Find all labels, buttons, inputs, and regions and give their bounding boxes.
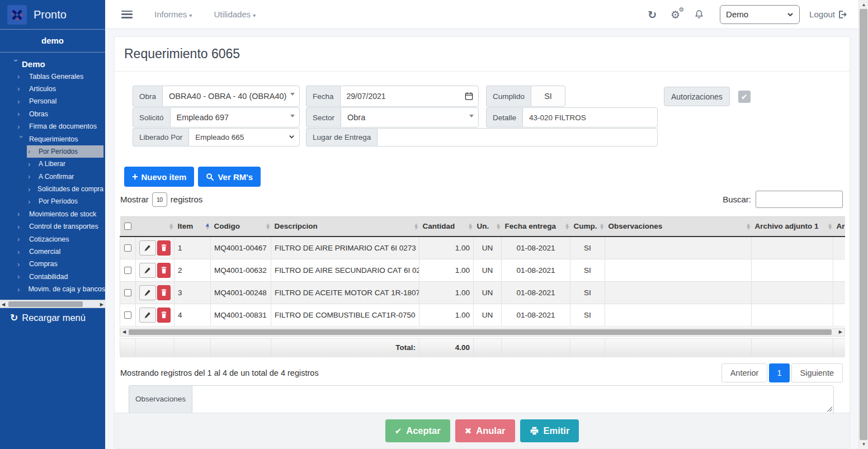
pencil-icon <box>144 244 151 252</box>
scroll-up-arrow-icon[interactable]: ▲ <box>859 2 868 7</box>
logout-button[interactable]: Logout <box>809 10 847 19</box>
sort-icon[interactable]: ▲▼ <box>497 223 500 230</box>
sidebar-item-contabilidad[interactable]: › Contabilidad <box>0 271 105 283</box>
scrollbar-thumb[interactable] <box>860 9 867 440</box>
autorizaciones-button[interactable]: Autorizaciones <box>664 87 730 106</box>
header-observaciones[interactable]: Observaciones▲▼ <box>605 217 752 237</box>
sort-icon[interactable]: ▲▼ <box>469 223 472 230</box>
header-archivo-adjunto-1[interactable]: Archivo adjunto 1▲▼ <box>752 217 833 237</box>
window-vertical-scrollbar[interactable]: ▲ ▼ <box>858 0 868 449</box>
sidebar-item-obras[interactable]: › Obras <box>0 108 105 120</box>
cell-archivo-adjunto-1 <box>752 281 833 304</box>
notifications-bell-icon[interactable] <box>694 9 704 20</box>
scroll-left-arrow-icon[interactable]: ◀ <box>2 301 5 308</box>
scroll-right-arrow-icon[interactable]: ▶ <box>839 328 842 336</box>
detalle-input[interactable]: 43-020 FILTROS <box>522 107 658 127</box>
nuevo-item-button[interactable]: + Nuevo item <box>124 167 194 187</box>
sidebar-item-comercial[interactable]: › Comercial <box>0 245 105 258</box>
sidebar-item-tablas-generales[interactable]: › Tablas Generales <box>0 70 105 82</box>
sidebar-horizontal-scrollbar[interactable]: ◀ ▶ <box>0 300 105 308</box>
scrollbar-thumb[interactable] <box>129 329 832 335</box>
menu-informes[interactable]: Informes▾ <box>154 10 192 19</box>
sidebar-item-por-periodos-2[interactable]: › Por Períodos <box>27 195 103 207</box>
sidebar-item-por-periodos[interactable]: › Por Períodos <box>27 145 103 158</box>
table-horizontal-scrollbar[interactable]: ◀ ▶ <box>120 328 845 337</box>
account-select[interactable]: Demo <box>720 5 800 24</box>
sort-icon[interactable]: ▲▼ <box>169 223 173 230</box>
fecha-input[interactable]: 29/07/2021 <box>340 86 479 107</box>
scroll-down-arrow-icon[interactable]: ▼ <box>859 442 868 447</box>
pagination-page-1[interactable]: 1 <box>769 363 789 382</box>
scroll-left-arrow-icon[interactable]: ◀ <box>122 328 126 336</box>
delete-button[interactable] <box>157 308 171 323</box>
anular-button[interactable]: ✖ Anular <box>455 419 515 442</box>
obra-select[interactable]: OBRA40 - OBRA - 40 (OBRA40) <box>162 86 300 107</box>
page-size-select[interactable]: 10 <box>152 192 167 207</box>
emitir-button[interactable]: Emitir <box>520 419 579 442</box>
header-archivo-adjunto-2[interactable]: Ar <box>833 217 846 237</box>
header-cantidad[interactable]: Cantidad▲▼ <box>419 217 474 237</box>
resize-grip[interactable] <box>827 406 832 412</box>
delete-button[interactable] <box>157 240 171 256</box>
ver-rms-button[interactable]: Ver RM's <box>198 167 261 187</box>
sidebar-item-requerimientos[interactable]: › Requerimientos <box>0 133 105 145</box>
sidebar-item-solicitudes-de-compra[interactable]: › Solicitudes de compra <box>27 183 103 195</box>
autorizaciones-checkbox[interactable]: ✔ <box>738 91 751 103</box>
observaciones-textarea[interactable] <box>192 385 834 413</box>
header-item[interactable]: Item▲▼ <box>174 217 211 237</box>
pagination-next-button[interactable]: Siguiente <box>791 363 843 382</box>
scrollbar-thumb[interactable] <box>8 301 83 307</box>
sidebar-item-cotizaciones[interactable]: › Cotizaciones <box>0 233 105 245</box>
row-checkbox[interactable] <box>124 289 131 296</box>
sidebar-item-movimientos-de-stock[interactable]: › Movimientos de stock <box>0 208 105 220</box>
sidebar-item-movim-de-caja-y-bancos[interactable]: › Movim. de caja y bancos <box>0 283 105 295</box>
menu-utilidades[interactable]: Utilidades▾ <box>214 10 256 19</box>
lugar-entrega-input[interactable] <box>377 128 658 146</box>
sort-icon[interactable]: ▲▼ <box>414 223 418 230</box>
sort-icon[interactable]: ▲▼ <box>565 223 569 230</box>
sidebar-item-compras[interactable]: › Compras <box>0 258 105 270</box>
sort-icon[interactable]: ▲▼ <box>828 223 832 230</box>
page-size-value: 10 <box>157 196 163 203</box>
row-checkbox[interactable] <box>124 244 131 252</box>
edit-button[interactable] <box>139 285 156 300</box>
brand-name: Pronto <box>34 8 67 21</box>
select-all-checkbox[interactable] <box>124 223 131 230</box>
reload-menu-button[interactable]: ↻ Recargar menú <box>10 312 86 323</box>
settings-gears-icon[interactable]: ⚙⚙ <box>671 8 680 21</box>
hamburger-menu-icon[interactable] <box>121 11 133 18</box>
scroll-right-arrow-icon[interactable]: ▶ <box>100 301 103 308</box>
header-fecha-entrega[interactable]: Fecha entrega▲▼ <box>502 217 570 237</box>
sidebar-item-control-de-transportes[interactable]: › Control de transportes <box>0 220 105 233</box>
edit-button[interactable] <box>139 263 156 278</box>
sidebar-item-articulos[interactable]: › Articulos <box>0 83 105 95</box>
sort-icon[interactable]: ▲▼ <box>266 223 270 230</box>
sidebar-item-personal[interactable]: › Personal <box>0 95 105 107</box>
delete-button[interactable] <box>157 285 171 300</box>
sort-icon[interactable]: ▲▼ <box>206 223 209 230</box>
sort-icon[interactable]: ▲▼ <box>600 223 603 230</box>
sidebar-item-firma-de-documentos[interactable]: › Firma de documentos <box>0 120 105 133</box>
sector-select[interactable]: Obra <box>341 107 479 127</box>
header-codigo[interactable]: Codigo▲▼ <box>211 217 271 237</box>
sidebar-item-demo[interactable]: › Demo <box>0 58 105 70</box>
sidebar-item-a-liberar[interactable]: › A Liberar <box>27 158 103 170</box>
sidebar-item-a-confirmar[interactable]: › A Confirmar <box>27 171 103 183</box>
row-checkbox[interactable] <box>124 267 131 274</box>
aceptar-button[interactable]: ✔ Aceptar <box>385 419 450 442</box>
header-descripcion[interactable]: Descripcion▲▼ <box>271 217 419 237</box>
header-cump[interactable]: Cump.▲▼ <box>570 217 605 237</box>
edit-button[interactable] <box>139 308 156 323</box>
delete-button[interactable] <box>157 263 171 278</box>
calendar-icon[interactable] <box>465 92 473 102</box>
edit-button[interactable] <box>139 240 156 256</box>
search-input[interactable] <box>756 191 843 208</box>
solicito-select[interactable]: Empleado 697 <box>170 107 300 127</box>
row-checkbox[interactable] <box>124 311 131 319</box>
header-actions[interactable]: ▲▼ <box>136 217 174 237</box>
refresh-icon[interactable]: ↻ <box>648 8 657 21</box>
header-un[interactable]: Un.▲▼ <box>474 217 502 237</box>
sort-icon[interactable]: ▲▼ <box>747 223 750 230</box>
liberado-por-select[interactable]: Empleado 665 <box>188 128 300 146</box>
pagination-prev-button[interactable]: Anterior <box>721 363 768 382</box>
